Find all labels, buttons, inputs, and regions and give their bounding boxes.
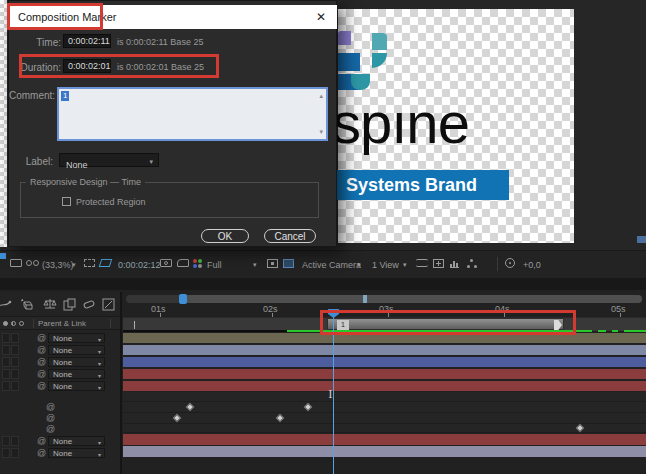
layer-bar[interactable]: [123, 446, 646, 457]
snapshot-camera-icon[interactable]: [160, 259, 172, 267]
render-bar-dash: [624, 330, 646, 332]
graph-editor-icon[interactable]: [102, 298, 115, 311]
layer-switch-cell[interactable]: [11, 333, 19, 343]
layer-switch-cell[interactable]: [11, 357, 19, 367]
panel-gap: [0, 278, 646, 290]
scales-icon[interactable]: [43, 298, 57, 311]
show-channel-icon[interactable]: [193, 259, 202, 268]
layer-switch-cell[interactable]: [2, 357, 10, 367]
layer-bar[interactable]: [123, 345, 646, 355]
eraser-icon[interactable]: [82, 299, 96, 310]
parent-pickwhip-curve-icon[interactable]: [0, 299, 12, 311]
render-bar-dash: [598, 330, 606, 332]
view-layout-chevron-icon[interactable]: ▾: [403, 260, 407, 270]
close-icon[interactable]: ✕: [311, 5, 331, 29]
pickwhip-icon[interactable]: @: [37, 345, 46, 355]
transparency-grid-icon[interactable]: [99, 259, 113, 267]
parent-select[interactable]: None ▾: [48, 436, 105, 446]
layer-switch-cell[interactable]: [11, 381, 19, 391]
channel-glasses-icon[interactable]: [26, 260, 40, 267]
pickwhip-icon[interactable]: @: [46, 413, 55, 423]
scroll-up-icon[interactable]: ▴: [319, 92, 323, 100]
pickwhip-icon[interactable]: @: [37, 333, 46, 343]
pickwhip-icon[interactable]: @: [37, 436, 46, 446]
comment-textarea[interactable]: 1 ▴ ▾: [57, 87, 328, 141]
show-snapshot-icon[interactable]: [177, 259, 189, 267]
layer-bar[interactable]: [123, 357, 646, 367]
property-rows-area: [123, 392, 646, 433]
pickwhip-icon[interactable]: @: [46, 402, 55, 412]
toolbar-separator: [497, 257, 498, 271]
solo-column-icon: [11, 321, 16, 326]
camera-view-select[interactable]: Active Camera: [302, 259, 361, 271]
layer-switch-cell[interactable]: [2, 381, 10, 391]
playhead-line[interactable]: [333, 317, 334, 474]
share-view-icon[interactable]: [416, 259, 428, 267]
camera-view-chevron-icon[interactable]: ▾: [357, 260, 361, 270]
pickwhip-icon[interactable]: @: [37, 369, 46, 379]
ok-button[interactable]: OK: [201, 229, 249, 243]
layer-bar[interactable]: [123, 434, 646, 445]
exposure-gear-icon[interactable]: [505, 258, 515, 268]
parent-select[interactable]: None ▾: [48, 381, 105, 391]
panel-corner-icon: [0, 253, 6, 259]
cancel-button[interactable]: Cancel: [264, 229, 316, 243]
composition-viewer[interactable]: spıne Systems Brand: [338, 9, 574, 243]
region-of-interest-icon[interactable]: [84, 259, 95, 267]
exposure-offset-value[interactable]: +0,0: [523, 259, 541, 271]
layer-switch-cell[interactable]: [2, 436, 10, 446]
pickwhip-icon[interactable]: @: [37, 381, 46, 391]
layer-switch-cell[interactable]: [11, 369, 19, 379]
layer-bar[interactable]: [123, 369, 646, 379]
app-screen: spıne Systems Brand (33,3%) ▾ 0:00:02:12…: [0, 0, 646, 474]
time-navigator[interactable]: [126, 295, 642, 303]
cube-3d-icon[interactable]: [20, 298, 34, 311]
track-left-tick: [134, 321, 135, 329]
layer-switch-cell[interactable]: [2, 333, 10, 343]
parent-link-header[interactable]: Parent & Link: [38, 317, 86, 330]
layer-bar[interactable]: [123, 381, 646, 391]
viewer-scroll-nub[interactable]: [637, 236, 646, 243]
layer-switch-cell[interactable]: [2, 448, 10, 458]
layer-switch-cell[interactable]: [11, 345, 19, 355]
layer-switch-cell[interactable]: [11, 448, 19, 458]
timeline-highlight-box: [320, 310, 576, 335]
resolution-chevron-icon[interactable]: ▾: [253, 260, 257, 270]
pickwhip-icon[interactable]: @: [37, 357, 46, 367]
navigator-start-handle[interactable]: [179, 294, 187, 304]
layer-switch-cell[interactable]: [2, 345, 10, 355]
magnification-chevron-icon[interactable]: ▾: [72, 260, 76, 270]
time-input[interactable]: 0:00:02:11: [63, 34, 111, 48]
flowchart-icon[interactable]: [467, 259, 478, 268]
pickwhip-icon[interactable]: @: [37, 448, 46, 458]
parent-select[interactable]: None ▾: [48, 357, 105, 367]
render-bar-dash: [612, 330, 618, 332]
target-region-icon[interactable]: [267, 259, 278, 268]
timeline-left-panel: Parent & Link @ None ▾ @ None: [0, 292, 122, 474]
layer-switch-cell[interactable]: [2, 369, 10, 379]
navigator-marker-tick: [363, 295, 367, 303]
logo-block-teal-top: [372, 33, 387, 50]
protected-region-checkbox[interactable]: [62, 197, 71, 206]
view-layout-select[interactable]: 1 View: [372, 259, 399, 271]
current-timecode[interactable]: 0:00:02:12: [118, 259, 161, 271]
resolution-select[interactable]: Full: [207, 259, 222, 271]
parent-select[interactable]: None ▾: [48, 345, 105, 355]
pixel-aspect-icon[interactable]: [433, 259, 444, 268]
scroll-down-icon[interactable]: ▾: [319, 128, 323, 136]
viewer-toolbar: (33,3%) ▾ 0:00:02:12 Full ▾ Active Camer…: [0, 250, 646, 280]
layer-switch-cell[interactable]: [11, 436, 19, 446]
histogram-icon[interactable]: [450, 259, 461, 268]
pickwhip-icon[interactable]: @: [46, 424, 55, 434]
magnification-value[interactable]: (33,3%): [42, 259, 74, 271]
parent-select[interactable]: None ▾: [48, 369, 105, 379]
layers-icon[interactable]: [63, 298, 76, 311]
composition-marker-dialog: Composition Marker ✕ Time: 0:00:02:11 is…: [8, 0, 337, 247]
label-select[interactable]: None ▾: [59, 153, 159, 167]
logo-quarter-teal-bottom: [351, 74, 370, 90]
comment-label: Comment:: [9, 90, 53, 101]
parent-select[interactable]: None ▾: [48, 333, 105, 343]
grid-guides-icon[interactable]: [283, 259, 294, 268]
monitor-icon[interactable]: [10, 259, 22, 267]
parent-select[interactable]: None ▾: [48, 448, 105, 458]
